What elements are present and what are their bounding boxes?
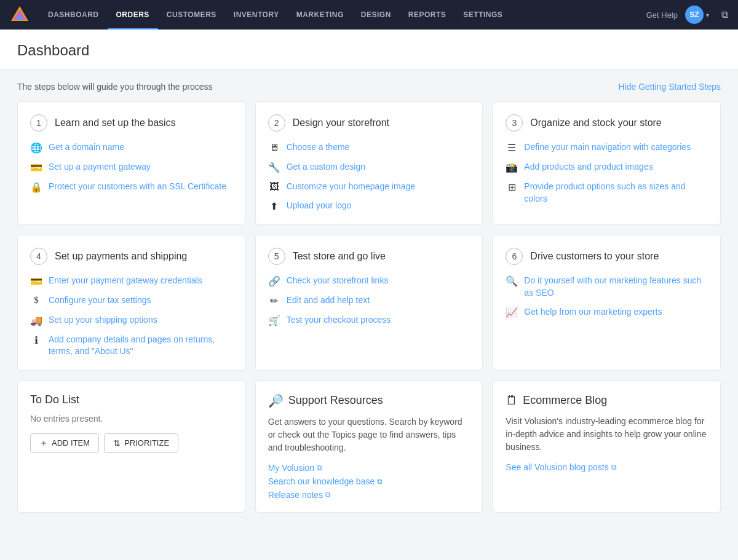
link-help-text[interactable]: Edit and add help text [287, 294, 370, 307]
step-3-title: Organize and stock your store [530, 117, 661, 128]
todo-buttons: ＋ ADD ITEM ⇅ PRIORITIZE [30, 433, 232, 453]
link-navigation[interactable]: Define your main navigation with categor… [524, 141, 691, 154]
nav-dashboard[interactable]: DASHBOARD [39, 0, 108, 30]
step-3-num: 3 [506, 114, 523, 132]
list-item: ⬆ Upload your logo [268, 200, 470, 212]
dollar-icon: $ [30, 295, 42, 306]
camera-icon: 📸 [506, 162, 518, 173]
link-homepage-image[interactable]: Customize your homepage image [287, 181, 415, 193]
todo-title: To Do List [30, 393, 232, 406]
nav-customers[interactable]: CUSTOMERS [158, 0, 225, 30]
list-item: 🔍 Do it yourself with our marketing feat… [506, 275, 708, 299]
prioritize-button[interactable]: ⇅ PRIORITIZE [104, 433, 178, 453]
nav-right: Get Help SZ ▾ ⧉ [646, 6, 728, 24]
link-domain[interactable]: Get a domain name [49, 141, 124, 154]
step-1-num: 1 [30, 114, 47, 132]
grid-icon: ⊞ [506, 181, 518, 193]
link-custom-design[interactable]: Get a custom design [287, 161, 365, 173]
list-item: ☰ Define your main navigation with categ… [506, 141, 708, 154]
link-logo[interactable]: Upload your logo [287, 200, 352, 212]
avatar: SZ [685, 6, 704, 24]
release-notes-link[interactable]: Release notes ⧉ [268, 490, 470, 500]
nav-inventory[interactable]: INVENTORY [225, 0, 288, 30]
support-links: My Volusion ⧉ Search our knowledge base … [268, 463, 470, 500]
external-icon: ⧉ [377, 477, 383, 486]
knowledge-base-link[interactable]: Search our knowledge base ⧉ [268, 476, 470, 486]
link-product-options[interactable]: Provide product options such as sizes an… [524, 181, 708, 205]
list-item: 📸 Add products and product images [506, 161, 708, 173]
step-1-title: Learn and set up the basics [55, 117, 176, 128]
logo-icon [10, 5, 30, 25]
support-description: Get answers to your questions. Search by… [268, 416, 470, 454]
list-item: 🔗 Check your storefront links [268, 275, 470, 287]
blog-icon: 🗒 [506, 393, 518, 408]
link-marketing-experts[interactable]: Get help from our marketing experts [524, 306, 662, 318]
step-card-4: 4 Set up payments and shipping 💳 Enter y… [17, 235, 245, 371]
link-theme[interactable]: Choose a theme [287, 141, 350, 154]
link-storefront-links[interactable]: Check your storefront links [287, 275, 389, 287]
page-title: Dashboard [17, 42, 721, 59]
page-header: Dashboard [0, 30, 738, 69]
add-item-label: ADD ITEM [52, 438, 90, 448]
external-link-icon[interactable]: ⧉ [721, 9, 728, 20]
credit-card-icon: 💳 [30, 162, 42, 173]
image-icon: 🖼 [268, 181, 280, 192]
step-card-2: 2 Design your storefront 🖥 Choose a them… [255, 101, 483, 225]
step-card-1: 1 Learn and set up the basics 🌐 Get a do… [17, 101, 245, 225]
step-4-num: 4 [30, 248, 47, 265]
nav-design[interactable]: DESIGN [352, 0, 400, 30]
nav-items: DASHBOARD ORDERS CUSTOMERS INVENTORY MAR… [39, 0, 646, 30]
link-seo[interactable]: Do it yourself with our marketing featur… [524, 275, 708, 299]
plus-icon: ＋ [39, 438, 48, 449]
todo-empty-text: No entries present. [30, 414, 232, 424]
link-icon: 🔗 [268, 275, 280, 287]
card-2-header: 2 Design your storefront [268, 114, 470, 132]
link-gateway-credentials[interactable]: Enter your payment gateway credentials [49, 275, 202, 287]
add-item-button[interactable]: ＋ ADD ITEM [30, 433, 99, 453]
link-checkout[interactable]: Test your checkout process [287, 314, 391, 326]
step-2-links: 🖥 Choose a theme 🔧 Get a custom design 🖼… [268, 141, 470, 212]
list-item: 🖼 Customize your homepage image [268, 181, 470, 193]
nav-settings[interactable]: SETTINGS [454, 0, 511, 30]
my-volusion-link[interactable]: My Volusion ⧉ [268, 463, 470, 473]
link-products[interactable]: Add products and product images [524, 161, 653, 173]
list-item: 🔧 Get a custom design [268, 161, 470, 173]
upload-icon: ⬆ [268, 200, 280, 212]
cart-icon: 🛒 [268, 315, 280, 326]
step-card-5: 5 Test store and go live 🔗 Check your st… [255, 235, 483, 371]
step-5-num: 5 [268, 248, 285, 265]
link-ssl[interactable]: Protect your customers with an SSL Certi… [49, 181, 226, 193]
menu-icon: ☰ [506, 142, 518, 154]
card-1-header: 1 Learn and set up the basics [30, 114, 232, 132]
list-item: 🚚 Set up your shipping options [30, 314, 232, 326]
link-company-details[interactable]: Add company details and pages on returns… [49, 334, 232, 358]
step-6-links: 🔍 Do it yourself with our marketing feat… [506, 275, 708, 318]
link-tax-settings[interactable]: Configure your tax settings [49, 294, 151, 307]
step-3-links: ☰ Define your main navigation with categ… [506, 141, 708, 205]
blog-all-posts-link[interactable]: See all Volusion blog posts ⧉ [506, 462, 708, 472]
list-item: ✏ Edit and add help text [268, 294, 470, 307]
monitor-icon: 🖥 [268, 142, 280, 153]
step-card-3: 3 Organize and stock your store ☰ Define… [493, 101, 721, 225]
main-content: The steps below will guide you through t… [0, 69, 738, 535]
guide-text: The steps below will guide you through t… [17, 82, 213, 92]
steps-grid-row2: 4 Set up payments and shipping 💳 Enter y… [17, 235, 721, 371]
chevron-down-icon: ▾ [706, 12, 709, 18]
globe-icon: 🌐 [30, 142, 42, 154]
todo-card: To Do List No entries present. ＋ ADD ITE… [17, 381, 245, 513]
card-4-header: 4 Set up payments and shipping [30, 248, 232, 265]
link-payment-gateway[interactable]: Set up a payment gateway [49, 161, 151, 173]
sort-icon: ⇅ [113, 438, 121, 448]
info-icon: ℹ [30, 334, 42, 346]
avatar-dropdown[interactable]: SZ ▾ [685, 6, 709, 24]
nav-orders[interactable]: ORDERS [108, 0, 158, 30]
nav-marketing[interactable]: MARKETING [288, 0, 352, 30]
get-help-label: Get Help [646, 10, 678, 20]
link-shipping[interactable]: Set up your shipping options [49, 314, 157, 326]
topnav: DASHBOARD ORDERS CUSTOMERS INVENTORY MAR… [0, 0, 738, 30]
credit-card-icon: 💳 [30, 275, 42, 287]
step-5-title: Test store and go live [293, 251, 386, 262]
nav-reports[interactable]: REPORTS [400, 0, 455, 30]
hide-steps-link[interactable]: Hide Getting Started Steps [618, 82, 721, 92]
blog-card: 🗒 Ecommerce Blog Visit Volusion's indust… [493, 381, 721, 513]
